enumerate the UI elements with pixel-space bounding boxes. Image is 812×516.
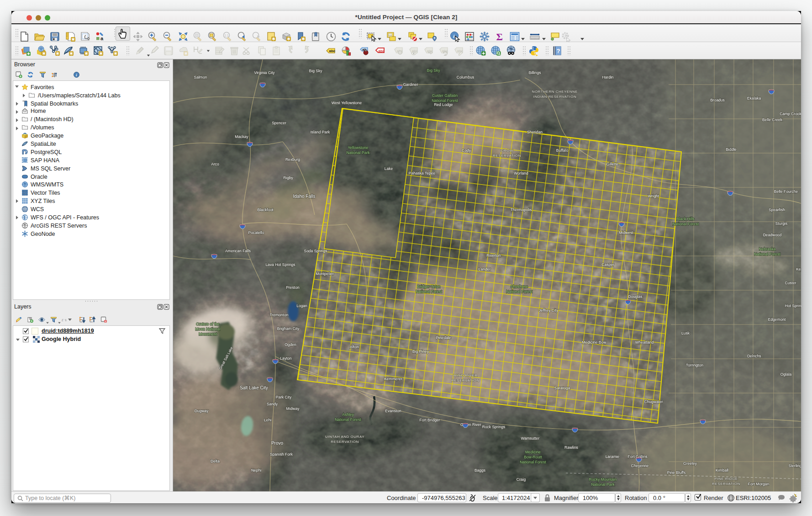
svg-text:Brigham City: Brigham City: [277, 326, 300, 331]
svg-text:Spanish Fork: Spanish Fork: [270, 452, 293, 457]
svg-text:Spencer: Spencer: [272, 121, 286, 125]
svg-text:Bow-Routt: Bow-Routt: [524, 455, 542, 459]
svg-text:Montpelier: Montpelier: [316, 271, 334, 276]
svg-text:Rocky Mountain: Rocky Mountain: [589, 477, 617, 482]
svg-text:a: a: [100, 36, 104, 41]
svg-text:Salt Lake City: Salt Lake City: [240, 385, 268, 390]
svg-text:Kemmerer: Kemmerer: [384, 377, 402, 381]
svg-text:Wright: Wright: [648, 194, 659, 198]
svg-text:National Forest: National Forest: [520, 460, 546, 464]
svg-text:Midway: Midway: [286, 406, 300, 411]
svg-text:Dugway: Dugway: [195, 409, 209, 413]
svg-text:Evanston: Evanston: [385, 409, 401, 413]
svg-text:Rigby: Rigby: [283, 176, 293, 180]
svg-text:WIND RIVER: WIND RIVER: [453, 373, 478, 378]
svg-text:Jeffrey City: Jeffrey City: [539, 308, 559, 313]
svg-text:Worland: Worland: [514, 171, 528, 176]
svg-text:Nephi: Nephi: [251, 468, 261, 473]
svg-text:Deadwood: Deadwood: [763, 233, 782, 237]
svg-text:Big Sky: Big Sky: [427, 68, 441, 73]
svg-text:Torrington: Torrington: [686, 363, 703, 367]
svg-text:Broadus: Broadus: [710, 98, 725, 102]
svg-text:abc: abc: [329, 49, 336, 53]
svg-text:Yellowstone: Yellowstone: [348, 145, 368, 150]
svg-text:Big Piney: Big Piney: [412, 349, 429, 354]
svg-text:Shoshone: Shoshone: [511, 284, 528, 289]
svg-text:Bridger-Teton: Bridger-Teton: [417, 284, 440, 289]
svg-text:Spearfish: Spearfish: [769, 207, 785, 212]
svg-text:Lava Hot Springs: Lava Hot Springs: [265, 262, 295, 267]
svg-text:Red Lodge: Red Lodge: [434, 102, 453, 107]
svg-text:Oelrichs: Oelrichs: [747, 354, 761, 358]
svg-text:National Park: National Park: [591, 482, 615, 487]
svg-text:Belle Fourche: Belle Fourche: [774, 189, 798, 194]
svg-text:American Falls: American Falls: [225, 249, 251, 253]
svg-text:Ogden: Ogden: [285, 342, 296, 347]
svg-text:Billings: Billings: [529, 70, 541, 75]
svg-text:Midwest: Midwest: [619, 230, 633, 235]
svg-text:Cody: Cody: [462, 148, 471, 153]
svg-text:Biddle: Biddle: [726, 147, 737, 152]
svg-text:Sheridan: Sheridan: [527, 130, 543, 134]
svg-text:National Park: National Park: [346, 150, 370, 155]
svg-text:Fort Bridger: Fort Bridger: [420, 418, 440, 422]
svg-text:Custer Gallatin: Custer Gallatin: [432, 93, 458, 98]
svg-text:Pocatello: Pocatello: [248, 230, 264, 235]
svg-text:Custer: Custer: [785, 281, 796, 285]
svg-text:Laramie: Laramie: [606, 454, 620, 459]
svg-text:Moon National: Moon National: [195, 327, 221, 331]
svg-text:Salmon: Salmon: [194, 75, 207, 80]
svg-text:National Forest: National Forest: [506, 289, 533, 294]
svg-text:?: ?: [557, 48, 560, 54]
svg-text:Idaho Falls: Idaho Falls: [293, 194, 316, 199]
svg-text:1:1: 1:1: [225, 34, 229, 37]
svg-text:Edgemont: Edgemont: [768, 317, 786, 322]
svg-text:National Forest: National Forest: [672, 222, 699, 226]
svg-text:Provo: Provo: [271, 441, 284, 446]
svg-text:Lusk: Lusk: [681, 331, 690, 335]
svg-text:National Forest: National Forest: [754, 252, 780, 256]
svg-text:Black Hills: Black Hills: [676, 217, 694, 221]
svg-text:Douglas: Douglas: [628, 294, 642, 299]
svg-text:Gardiner: Gardiner: [403, 82, 418, 87]
svg-text:Hardin: Hardin: [602, 75, 613, 80]
svg-text:Lehi: Lehi: [264, 418, 271, 422]
svg-text:Saratoga: Saratoga: [554, 386, 570, 390]
svg-text:Cheyenne: Cheyenne: [631, 463, 649, 468]
svg-text:Ashley: Ashley: [342, 412, 354, 417]
svg-text:Layton: Layton: [280, 356, 292, 361]
svg-text:Tremonton: Tremonton: [270, 313, 289, 317]
svg-text:Pine Bluffs: Pine Bluffs: [667, 470, 685, 475]
svg-text:Sandy: Sandy: [267, 402, 278, 406]
svg-text:Craters of the: Craters of the: [196, 322, 220, 326]
svg-text:Virginia City: Virginia City: [254, 70, 275, 75]
svg-text:UINTAH AND OURAY: UINTAH AND OURAY: [325, 435, 364, 439]
svg-text:Hot Springs: Hot Springs: [785, 303, 801, 308]
svg-text:Pinedale: Pinedale: [436, 335, 451, 340]
svg-text:RESERVATION: RESERVATION: [331, 440, 359, 444]
svg-text:Logan: Logan: [296, 303, 307, 308]
svg-text:Oglala: Oglala: [780, 372, 792, 377]
svg-text:Keystone: Keystone: [796, 267, 801, 271]
svg-text:Casper: Casper: [601, 262, 614, 267]
svg-text:Columbus: Columbus: [457, 75, 474, 80]
svg-text:Buffalo: Buffalo: [556, 148, 569, 153]
svg-text:Wamsutter: Wamsutter: [521, 436, 540, 441]
svg-text:Island Park: Island Park: [311, 130, 330, 134]
svg-text:Afton: Afton: [350, 345, 359, 349]
svg-text:Wheatland: Wheatland: [635, 340, 654, 345]
svg-text:Fort Morgan: Fort Morgan: [748, 482, 770, 486]
svg-text:Monument: Monument: [199, 332, 217, 336]
svg-text:RESERVATION: RESERVATION: [712, 482, 740, 486]
svg-text:RESERVATION: RESERVATION: [451, 378, 480, 383]
svg-text:West Yellowstone: West Yellowstone: [332, 101, 362, 105]
svg-text:Rock Springs: Rock Springs: [482, 425, 506, 429]
svg-text:National Forest: National Forest: [335, 417, 361, 422]
svg-text:Thermopolis: Thermopolis: [511, 207, 532, 212]
svg-text:Σ: Σ: [496, 31, 503, 42]
svg-text:Preston: Preston: [286, 285, 300, 290]
svg-text:NORTHERN CHEYENNE: NORTHERN CHEYENNE: [532, 90, 578, 94]
svg-text:Medicine Bow: Medicine Bow: [582, 340, 607, 345]
svg-text:Arco: Arco: [211, 162, 219, 166]
svg-text:Riverton: Riverton: [486, 253, 501, 258]
